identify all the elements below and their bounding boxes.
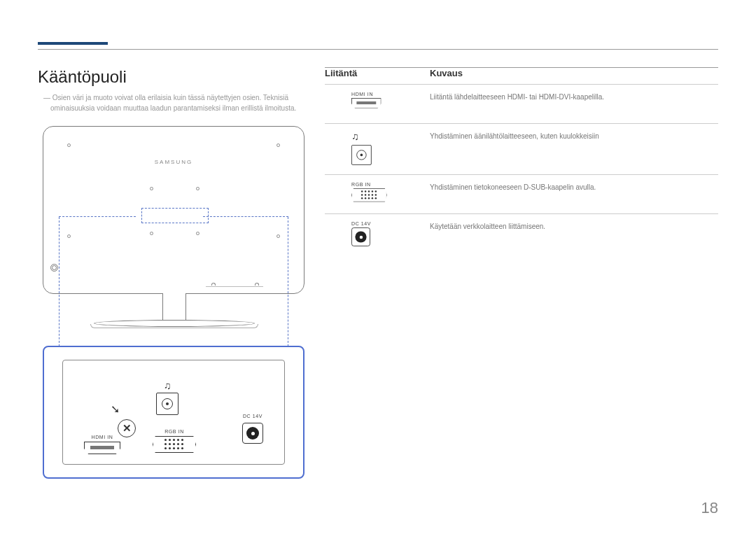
port-description-table: Liitäntä Kuvaus HDMI INLiitäntä lähdelai… bbox=[325, 67, 718, 255]
headphone-icon: ♫ bbox=[156, 380, 178, 391]
port-cell: RGB IN bbox=[325, 182, 430, 205]
manual-page: Kääntöpuoli Osien väri ja muoto voivat o… bbox=[0, 0, 756, 534]
callout-dashed-line bbox=[59, 216, 136, 217]
dc-jack-icon bbox=[242, 423, 263, 444]
port-zoom-panel: ➘ ✕ HDMI IN ♫ RGB IN bbox=[43, 346, 304, 479]
io-panel-highlight bbox=[141, 208, 209, 223]
rear-illustration: SAMSUNG bbox=[38, 119, 311, 490]
callout-dashed-line bbox=[203, 216, 288, 217]
screw-icon bbox=[67, 143, 71, 147]
port-label: RGB IN bbox=[351, 182, 371, 187]
cable-track-icon bbox=[206, 286, 263, 287]
monitor-rear-outline: SAMSUNG bbox=[43, 126, 304, 294]
hdmi-port-group: HDMI IN bbox=[84, 435, 120, 454]
stand-neck bbox=[162, 293, 186, 321]
table-header-row: Liitäntä Kuvaus bbox=[325, 68, 718, 83]
audio-jack-icon bbox=[156, 393, 178, 415]
column-header-description: Kuvaus bbox=[430, 68, 463, 78]
audio-jack-icon bbox=[351, 145, 372, 165]
screw-icon bbox=[67, 234, 71, 238]
port-cell: ♫ bbox=[325, 131, 430, 167]
port-description: Liitäntä lähdelaitteeseen HDMI- tai HDMI… bbox=[430, 92, 718, 101]
stand-base-edge bbox=[90, 324, 258, 328]
disclaimer-text: Osien väri ja muoto voivat olla erilaisi… bbox=[38, 92, 311, 113]
screw-icon bbox=[276, 143, 280, 147]
insert-direction-arrow-icon: ➘ bbox=[111, 402, 120, 416]
dc-port-group: DC 14V bbox=[242, 414, 263, 444]
hdmi-port-icon bbox=[351, 98, 382, 108]
header-rule bbox=[38, 49, 718, 50]
port-label: HDMI IN bbox=[351, 92, 373, 97]
section-heading: Kääntöpuoli bbox=[38, 67, 311, 87]
headphone-icon: ♫ bbox=[351, 131, 359, 142]
vesa-hole-icon bbox=[196, 232, 200, 235]
port-label: DC 14V bbox=[351, 221, 371, 226]
callout-dashed-line bbox=[288, 217, 288, 350]
table-row: HDMI INLiitäntä lähdelaitteeseen HDMI- t… bbox=[325, 84, 718, 123]
callout-dashed-line bbox=[59, 217, 59, 350]
table-row: RGB INYhdistäminen tietokoneeseen D-SUB-… bbox=[325, 174, 718, 213]
vga-port-group: RGB IN bbox=[153, 429, 196, 453]
column-header-port: Liitäntä bbox=[325, 68, 430, 78]
port-label: HDMI IN bbox=[84, 435, 120, 440]
brand-logo: SAMSUNG bbox=[155, 159, 192, 165]
page-number: 18 bbox=[701, 499, 718, 517]
vga-port-icon bbox=[351, 188, 387, 202]
vga-port-icon bbox=[153, 436, 196, 453]
headphone-port-group: ♫ bbox=[156, 380, 178, 415]
port-label: DC 14V bbox=[242, 414, 263, 419]
port-zoom-inner: ➘ ✕ HDMI IN ♫ RGB IN bbox=[62, 360, 285, 465]
port-description: Yhdistäminen äänilähtölaitteeseen, kuten… bbox=[430, 131, 718, 140]
section-accent-bar bbox=[38, 42, 108, 45]
port-label: RGB IN bbox=[153, 429, 196, 434]
vesa-hole-icon bbox=[196, 187, 200, 190]
port-description: Käytetään verkkolaitteen liittämiseen. bbox=[430, 221, 718, 230]
screw-icon bbox=[276, 234, 280, 238]
table-row: DC 14VKäytetään verkkolaitteen liittämis… bbox=[325, 213, 718, 255]
cable-hook-icon bbox=[211, 283, 216, 286]
dc-jack-icon bbox=[351, 227, 370, 246]
left-column: Kääntöpuoli Osien väri ja muoto voivat o… bbox=[38, 67, 311, 490]
jog-button-icon bbox=[50, 264, 58, 272]
port-cell: DC 14V bbox=[325, 221, 430, 248]
right-column: Liitäntä Kuvaus HDMI INLiitäntä lähdelai… bbox=[325, 67, 718, 490]
port-cell: HDMI IN bbox=[325, 92, 430, 111]
table-row: ♫Yhdistäminen äänilähtölaitteeseen, kute… bbox=[325, 123, 718, 174]
vesa-hole-icon bbox=[150, 232, 153, 235]
port-description: Yhdistäminen tietokoneeseen D-SUB-kaapel… bbox=[430, 182, 718, 191]
cable-hook-icon bbox=[255, 283, 259, 286]
hdmi-port-icon bbox=[84, 442, 120, 454]
vesa-hole-icon bbox=[150, 187, 153, 190]
